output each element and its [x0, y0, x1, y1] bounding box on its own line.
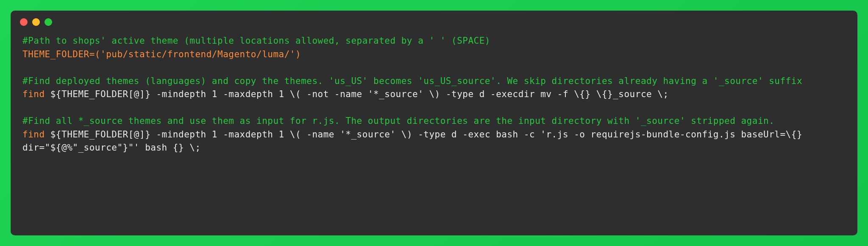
terminal-window: #Path to shops' active theme (multiple l… [11, 11, 857, 235]
command-args: ${THEME_FOLDER[@]} -mindepth 1 -maxdepth… [45, 89, 669, 99]
variable-assignment: THEME_FOLDER=('pub/static/frontend/Magen… [22, 49, 301, 59]
maximize-icon[interactable] [45, 18, 52, 26]
command-keyword: find [22, 89, 45, 99]
command-args: ${THEME_FOLDER[@]} -mindepth 1 -maxdepth… [22, 129, 808, 153]
code-content: #Path to shops' active theme (multiple l… [11, 26, 857, 167]
titlebar [11, 11, 857, 26]
minimize-icon[interactable] [32, 18, 40, 26]
close-icon[interactable] [20, 18, 28, 26]
comment-line: #Path to shops' active theme (multiple l… [22, 36, 490, 46]
comment-line: #Find deployed themes (languages) and co… [22, 76, 802, 86]
command-keyword: find [22, 129, 45, 140]
comment-line: #Find all *_source themes and use them a… [22, 116, 774, 126]
